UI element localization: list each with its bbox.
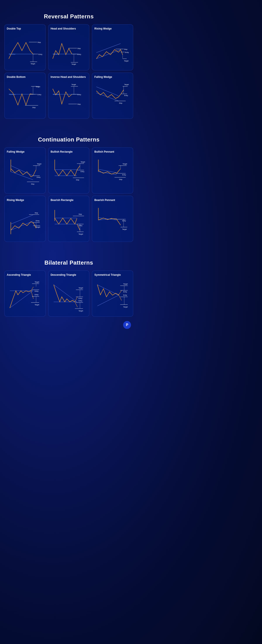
label-entry-at-dn: Entry	[35, 294, 39, 296]
card-double-top: Double Top Neckline Stop Entry Target	[4, 24, 46, 70]
label-target-st-up: Target	[123, 283, 128, 285]
section-continuation: Continuation Patterns Falling Wedge Targ…	[4, 136, 133, 242]
label-entry-fwr: Entry	[124, 94, 128, 96]
bilateral-title: Bilateral Patterns	[4, 259, 133, 266]
logo-container: P	[4, 319, 133, 329]
label-entry-db: Entry	[37, 94, 41, 96]
label-entry-st-up: Entry	[123, 291, 127, 293]
continuation-row-1: Falling Wedge Target Entry	[4, 148, 133, 194]
label-entry-dt: Entry	[38, 53, 42, 55]
label-entry-ihs: Entry	[77, 94, 81, 96]
chart-ihs: Neckline Stop Entry Target	[51, 80, 87, 116]
card-title-rwc: Rising Wedge	[7, 198, 43, 202]
label-entry-fwc: Entry	[37, 176, 41, 178]
card-title-bep: Bearish Pennant	[94, 198, 131, 202]
label-stop-ihs: Stop	[77, 103, 81, 105]
label-stop-fwc: Stop	[31, 183, 34, 185]
svg-line-34	[11, 172, 33, 180]
card-bearish-pennant: Bearish Pennant Entry Target	[92, 196, 133, 242]
svg-line-55	[11, 221, 33, 230]
label-stop-bp: Stop	[119, 178, 122, 180]
label-entry-rwc: Entry	[36, 220, 39, 222]
reversal-row-2: Double Bottom Neckline Target Entry Stop…	[4, 72, 133, 119]
label-target-hs: Target	[71, 63, 76, 65]
label-target-rwr: Target	[124, 60, 129, 62]
label-target-at-dn: Target	[35, 304, 39, 306]
label-entry-st-dn: Entry	[123, 294, 127, 296]
label-stop-rwr: Stop	[124, 48, 127, 50]
label-target-dt-up: Target	[78, 287, 83, 289]
brand-logo: P	[123, 321, 131, 329]
chart-berc: Stop Entry Target	[51, 202, 87, 238]
card-rising-wedge-rev: Rising Wedge Stop Entry Target	[92, 24, 133, 70]
chart-rwc: Stop Target Entry	[7, 202, 43, 238]
card-falling-wedge-cont: Falling Wedge Target Entry	[4, 148, 46, 194]
chart-bep: Entry Target	[94, 202, 131, 238]
continuation-row-2: Rising Wedge Stop Target	[4, 196, 133, 242]
card-title-at: Ascending Triangle	[7, 273, 43, 276]
reversal-row-1: Double Top Neckline Stop Entry Target	[4, 24, 133, 70]
label-target-db: Target	[36, 86, 40, 88]
card-falling-wedge-rev: Falling Wedge Target Entry Stop	[92, 72, 133, 119]
chart-double-top: Neckline Stop Entry Target	[7, 31, 43, 67]
card-bullish-pennant: Bullish Pennant Target Entry	[92, 148, 133, 194]
card-title-berc: Bearish Rectangle	[51, 198, 87, 202]
card-bullish-rect: Bullish Rectangle Target Entry	[48, 148, 90, 194]
label-target-fwc: Target	[37, 163, 41, 165]
card-title-fwc: Falling Wedge	[7, 150, 43, 153]
section-reversal: Reversal Patterns Double Top Neckline St…	[4, 13, 133, 119]
svg-line-89	[97, 285, 119, 295]
label-stop-db: Stop	[32, 106, 36, 108]
card-title-double-top: Double Top	[7, 27, 43, 30]
label-stop-rwc: Stop	[35, 212, 38, 214]
chart-hs: Neckline Stop Entry Target	[51, 31, 87, 67]
label-target-brc: Target	[81, 161, 85, 163]
label-target-berc: Target	[78, 233, 83, 235]
spacer-2	[4, 244, 133, 253]
svg-line-26	[97, 87, 119, 96]
label-stop-hs: Stop	[77, 48, 81, 50]
chart-fwc: Target Entry Stop	[7, 154, 43, 190]
section-bilateral: Bilateral Patterns Ascending Triangle Ta…	[4, 259, 133, 317]
label-entry-brc: Entry	[81, 170, 85, 172]
svg-line-33	[11, 166, 33, 176]
card-head-shoulders: Head and Shoulders Neckline Stop Entry T…	[48, 24, 90, 70]
card-title-bp: Bullish Pennant	[94, 150, 131, 153]
chart-rwr: Stop Entry Target	[94, 31, 131, 67]
label-entry-hs: Entry	[77, 53, 81, 55]
card-title-br: Bullish Rectangle	[51, 150, 87, 153]
card-title-fwr: Falling Wedge	[94, 76, 131, 78]
label-entry-dt-up: Entry	[78, 298, 82, 299]
label-entry-dt-dn: Entry	[78, 300, 82, 302]
label-stop-berc: Stop	[78, 213, 82, 215]
card-bearish-rect: Bearish Rectangle Stop Entry Targe	[48, 196, 90, 242]
label-target-dt-dn: Target	[78, 310, 83, 312]
card-rising-wedge-cont: Rising Wedge Stop Target	[4, 196, 46, 242]
reversal-title: Reversal Patterns	[4, 13, 133, 20]
card-title-db: Double Bottom	[7, 76, 43, 78]
card-double-bottom: Double Bottom Neckline Target Entry Stop	[4, 72, 46, 119]
bilateral-row-1: Ascending Triangle Target Entry	[4, 270, 133, 317]
label-entry-rwr: Entry	[125, 52, 129, 53]
spacer-1	[4, 121, 133, 130]
chart-dt: Target Entry Entry Target	[51, 277, 87, 313]
card-descending-triangle: Descending Triangle Target Entry	[48, 270, 90, 317]
label-target-rwc: Target	[36, 226, 40, 228]
chart-br: Target Entry Stop	[51, 154, 87, 190]
label-stop-fwr: Stop	[119, 102, 122, 104]
svg-line-82	[54, 285, 77, 302]
svg-line-74	[10, 291, 33, 308]
card-inv-hs: Inverse Head and Shoulders Neckline Stop…	[48, 72, 90, 119]
label-entry-bp: Entry	[122, 174, 126, 176]
label-entry-bep: Entry	[122, 220, 126, 222]
card-title-dt: Descending Triangle	[51, 273, 87, 276]
continuation-title: Continuation Patterns	[4, 136, 133, 143]
card-ascending-triangle: Ascending Triangle Target Entry	[4, 270, 46, 317]
label-target-bp: Target	[123, 163, 127, 165]
chart-bp: Target Entry Stop	[94, 154, 131, 190]
label-target-fwr: Target	[124, 84, 129, 86]
label-target-dt: Target	[30, 63, 35, 65]
chart-fwr: Target Entry Stop	[94, 80, 131, 116]
label-stop-brc: Stop	[76, 179, 79, 181]
card-title-ihs: Inverse Head and Shoulders	[51, 76, 87, 78]
